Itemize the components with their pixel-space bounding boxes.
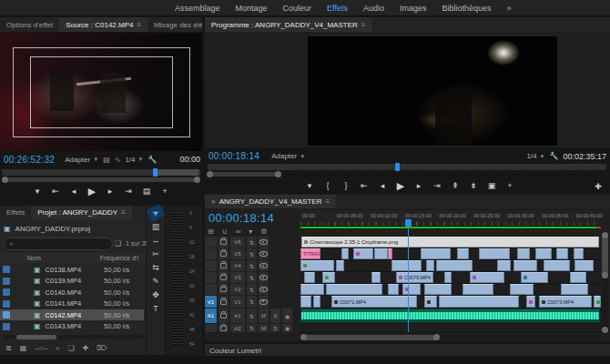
snap-icon[interactable]: ∪ bbox=[222, 228, 228, 236]
track-lock-toggle[interactable] bbox=[219, 272, 229, 283]
list-view-button[interactable]: ≣ bbox=[5, 344, 12, 352]
track-select-tool[interactable]: ▥ bbox=[148, 220, 163, 233]
timeline-clip[interactable] bbox=[300, 260, 334, 271]
timeline-clip[interactable] bbox=[300, 308, 600, 323]
zoom-slider[interactable]: ‒○‒ bbox=[35, 344, 47, 352]
timeline-clip[interactable] bbox=[391, 260, 422, 271]
timeline-clip[interactable] bbox=[570, 272, 586, 283]
nest-toggle-icon[interactable]: ⊞ bbox=[208, 228, 214, 236]
go-to-in-button[interactable]: ⇤ bbox=[360, 179, 369, 192]
timeline-clip[interactable]: TITRAGE bbox=[300, 248, 320, 259]
source-resolution-dropdown[interactable]: 1/4▼ bbox=[125, 156, 143, 164]
timeline-clip[interactable] bbox=[510, 284, 534, 295]
timeline-clip[interactable] bbox=[463, 284, 493, 295]
source-timecode[interactable]: 00:26:52:32 bbox=[4, 155, 55, 165]
source-settings-wrench-icon[interactable]: 🔧 bbox=[147, 156, 157, 164]
sync-lock-toggle[interactable]: ⇅ bbox=[247, 237, 257, 248]
project-row-c0139.mp4[interactable]: ▣C0139.MP450,00 i/s bbox=[0, 276, 144, 287]
step-forward-button[interactable]: ▸ bbox=[414, 179, 423, 192]
timeline-clip[interactable]: C0071.MP4 bbox=[331, 296, 417, 308]
timeline-clip[interactable] bbox=[444, 272, 452, 283]
track-output-toggle[interactable] bbox=[259, 237, 269, 248]
track-lock-toggle[interactable] bbox=[219, 237, 229, 248]
menu-item-assemblage[interactable]: Assemblage bbox=[175, 4, 220, 13]
timeline-clip[interactable] bbox=[426, 260, 434, 271]
icon-view-button[interactable]: ▦ bbox=[20, 344, 27, 352]
timeline-clip[interactable] bbox=[300, 296, 311, 308]
track-name[interactable]: A2 bbox=[230, 324, 245, 332]
go-to-out-button[interactable]: ⇥ bbox=[124, 185, 133, 197]
timeline-clip[interactable] bbox=[513, 260, 537, 271]
track-lane-v4[interactable] bbox=[300, 260, 601, 272]
sync-lock-toggle[interactable]: ⇅ bbox=[247, 324, 257, 332]
timeline-settings-icon[interactable]: ⚙ bbox=[260, 228, 267, 236]
timeline-clip[interactable] bbox=[402, 284, 421, 295]
timeline-clip[interactable] bbox=[374, 248, 388, 259]
timeline-clip[interactable] bbox=[304, 272, 315, 283]
timeline-clip[interactable] bbox=[574, 248, 584, 259]
program-fit-dropdown[interactable]: Adapter▼ bbox=[271, 152, 305, 160]
source-patch-v5[interactable] bbox=[205, 248, 217, 259]
source-scrubber[interactable] bbox=[2, 169, 200, 176]
timeline-clip[interactable] bbox=[341, 248, 349, 259]
mute-toggle[interactable]: M bbox=[259, 324, 269, 332]
source-zoom-scrollbar[interactable] bbox=[3, 177, 199, 182]
timeline-clip[interactable] bbox=[388, 284, 399, 295]
timeline-clip[interactable]: C0075.MP4 bbox=[396, 272, 433, 283]
menu-item-images[interactable]: Images bbox=[400, 4, 427, 13]
tab-source-c0142-mp4[interactable]: Source : C0142.MP4≡ bbox=[59, 17, 147, 32]
panel-menu-icon[interactable]: ≡ bbox=[361, 21, 366, 29]
timeline-ruler[interactable]: 00:0000:00:05:0000:00:10:0000:00:15:0000… bbox=[300, 211, 601, 227]
timeline-clip[interactable] bbox=[535, 248, 552, 259]
sync-lock-toggle[interactable]: ⇅ bbox=[247, 308, 257, 323]
track-name[interactable]: V4 bbox=[230, 260, 245, 271]
button-editor-button[interactable]: + bbox=[505, 179, 514, 192]
menu-item-audio[interactable]: Audio bbox=[363, 4, 384, 13]
track-lane-v3[interactable]: C0075.MP4 bbox=[300, 272, 601, 284]
timeline-clip[interactable] bbox=[353, 248, 373, 259]
tab-sequence[interactable]: × ANGRY_DADDY_V4_MASTER ≡ bbox=[205, 195, 336, 208]
source-fit-dropdown[interactable]: Adapter▼ bbox=[65, 156, 98, 164]
program-scrubber[interactable] bbox=[208, 164, 606, 170]
drag-audio-icon[interactable]: ∿ bbox=[115, 156, 121, 164]
program-playhead[interactable] bbox=[395, 163, 400, 171]
track-lock-toggle[interactable] bbox=[219, 296, 229, 308]
tab-program-monitor[interactable]: Programme : ANGRY_DADDY_V4_MASTER≡ bbox=[205, 17, 371, 32]
track-lane-a1[interactable] bbox=[300, 308, 601, 324]
source-patch-a1[interactable]: A1 bbox=[205, 308, 217, 323]
add-marker-icon[interactable]: ▾ bbox=[249, 228, 252, 236]
project-row-c0142.mp4[interactable]: ▣C0142.MP450,00 i/s bbox=[0, 309, 144, 320]
button-editor-button[interactable]: + bbox=[160, 185, 169, 197]
sync-lock-toggle[interactable]: ⇅ bbox=[247, 260, 257, 271]
track-name[interactable]: V5 bbox=[230, 248, 245, 259]
filter-bin-icon[interactable]: ❏ bbox=[115, 239, 121, 248]
linked-selection-icon[interactable]: ∞ bbox=[236, 228, 241, 236]
track-lane-v5[interactable]: TITRAGE bbox=[300, 248, 601, 260]
track-lane-v2[interactable] bbox=[300, 284, 601, 296]
panel-menu-icon[interactable]: ≡ bbox=[121, 208, 126, 217]
timeline-clip[interactable] bbox=[497, 260, 511, 271]
track-name[interactable]: A1 bbox=[230, 308, 245, 323]
timeline-vscrollbar[interactable] bbox=[602, 232, 608, 334]
program-settings-wrench-icon[interactable]: 🔧 bbox=[549, 152, 558, 160]
track-output-toggle[interactable] bbox=[259, 260, 269, 271]
source-patch-v6[interactable] bbox=[205, 237, 217, 248]
menu-item-effets[interactable]: Effets bbox=[327, 4, 348, 13]
lift-button[interactable]: ⇞ bbox=[451, 179, 460, 192]
export-frame-button[interactable]: ▣ bbox=[487, 179, 496, 192]
close-icon[interactable]: × bbox=[211, 197, 216, 206]
solo-toggle[interactable]: S bbox=[270, 324, 280, 332]
new-item-button[interactable]: ✚ bbox=[83, 344, 89, 352]
track-output-toggle[interactable] bbox=[259, 272, 269, 283]
drag-video-icon[interactable]: ▤ bbox=[103, 156, 110, 164]
source-patch-a2[interactable] bbox=[205, 324, 217, 332]
ripple-edit-tool[interactable]: ↔ bbox=[148, 234, 163, 247]
timeline-clip[interactable] bbox=[457, 248, 469, 259]
add-marker-button[interactable]: ▾ bbox=[33, 185, 42, 197]
track-lock-toggle[interactable] bbox=[219, 260, 229, 271]
timeline-clip[interactable] bbox=[526, 296, 535, 308]
voiceover-record-toggle[interactable]: ◉ bbox=[282, 324, 292, 332]
column-fps[interactable]: Fréquence d'i bbox=[100, 255, 138, 261]
mark-in-button[interactable]: { bbox=[323, 179, 332, 192]
project-row-c0138.mp4[interactable]: ▣C0138.MP450,00 i/s bbox=[0, 264, 144, 275]
